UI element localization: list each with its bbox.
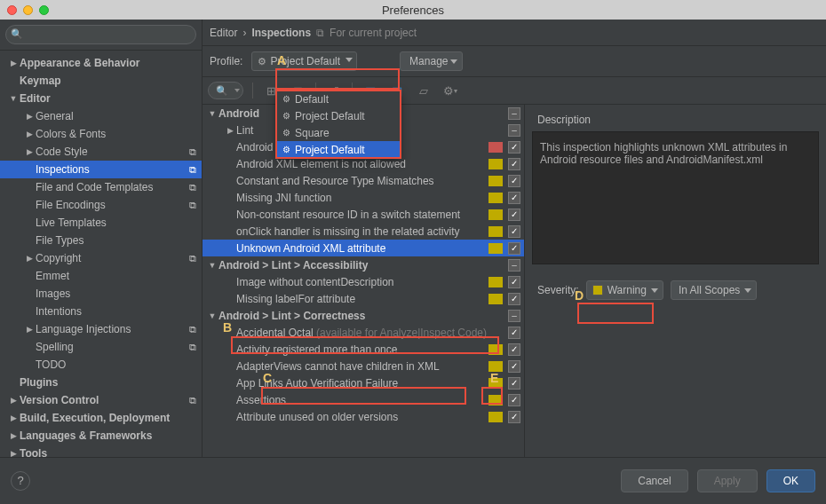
inspection-checkbox[interactable] — [508, 310, 520, 322]
inspection-checkbox[interactable] — [508, 360, 520, 373]
ok-button[interactable]: OK — [766, 469, 815, 492]
maximize-icon[interactable] — [39, 5, 49, 15]
sidebar-item[interactable]: Emmet — [0, 267, 202, 285]
sidebar-item[interactable]: Live Templates — [0, 214, 202, 232]
project-scope-label: For current project — [330, 27, 417, 39]
sidebar-item[interactable]: ▼Editor — [0, 90, 202, 107]
chevron-down-icon — [744, 288, 751, 293]
inspection-checkbox[interactable] — [508, 124, 520, 137]
twisty-icon: ▶ — [23, 325, 36, 334]
inspection-name: Missing JNI function — [236, 192, 487, 204]
sidebar-item[interactable]: Images — [0, 285, 202, 303]
breadcrumb-inspections: Inspections — [251, 27, 311, 39]
sidebar-item[interactable]: File Types — [0, 232, 202, 249]
inspection-checkbox[interactable] — [508, 293, 520, 305]
inspection-row[interactable]: Unknown Android XML attribute — [203, 240, 524, 256]
inspection-checkbox[interactable] — [508, 343, 520, 356]
inspection-row[interactable]: Activity registered more than once — [203, 341, 524, 358]
inspection-row[interactable]: App Links Auto Verification Failure — [203, 374, 524, 391]
gear-icon: ⚙ — [258, 56, 266, 67]
project-scope-icon: ⧉ — [189, 342, 196, 353]
scope-selector[interactable]: In All Scopes — [671, 280, 757, 300]
inspection-checkbox[interactable] — [508, 327, 520, 339]
profile-dropdown[interactable]: ⚙Default⚙Project Default⚙Square⚙Project … — [276, 90, 401, 159]
eraser-icon[interactable]: ▱ — [415, 82, 433, 99]
severity-indicator — [488, 327, 503, 338]
profile-selector[interactable]: ⚙ Project Default — [251, 51, 357, 71]
sidebar-item[interactable]: Spelling⧉ — [0, 338, 202, 356]
inspection-row[interactable]: Assertions — [203, 391, 524, 408]
sidebar-item[interactable]: ▶Version Control⧉ — [0, 391, 202, 409]
help-button[interactable]: ? — [11, 471, 30, 491]
sidebar-item[interactable]: ▶Copyright⧉ — [0, 249, 202, 267]
inspection-row[interactable]: Non-constant resource ID in a switch sta… — [203, 206, 524, 223]
inspection-checkbox[interactable] — [508, 259, 520, 272]
inspection-checkbox[interactable] — [508, 158, 520, 170]
inspection-row[interactable]: Missing JNI function — [203, 189, 524, 206]
inspection-row[interactable]: Missing labelFor attribute — [203, 290, 524, 307]
sidebar-item[interactable]: ▶General — [0, 107, 202, 125]
profile-option[interactable]: ⚙Project Default — [277, 107, 400, 124]
inspection-name: Accidental Octal (available for Analyze|… — [236, 327, 487, 339]
sidebar-item[interactable]: ▶Language Injections⧉ — [0, 320, 202, 338]
sidebar-item[interactable]: ▶Tools — [0, 445, 202, 457]
sidebar-item-label: File Types — [36, 234, 202, 247]
sidebar-item[interactable]: File and Code Templates⧉ — [0, 178, 202, 196]
project-scope-icon: ⧉ — [189, 253, 196, 264]
cancel-button[interactable]: Cancel — [621, 469, 687, 492]
inspection-checkbox[interactable] — [508, 242, 520, 255]
project-scope-icon: ⧉ — [316, 27, 324, 39]
severity-indicator — [488, 226, 503, 237]
inspection-checkbox[interactable] — [508, 192, 520, 204]
inspection-row[interactable]: Constant and Resource Type Mismatches — [203, 172, 524, 189]
severity-indicator — [488, 395, 503, 406]
inspection-row[interactable]: onClick handler is missing in the relate… — [203, 223, 524, 240]
settings-search-input[interactable] — [5, 25, 196, 44]
gear-icon[interactable]: ⚙▾ — [441, 82, 459, 99]
inspection-checkbox[interactable] — [508, 394, 520, 406]
inspection-checkbox[interactable] — [508, 141, 520, 154]
inspection-row[interactable]: Accidental Octal (available for Analyze|… — [203, 324, 524, 341]
manage-button[interactable]: Manage — [400, 51, 463, 71]
inspection-row[interactable]: Attribute unused on older versions — [203, 408, 524, 425]
inspection-name: AdapterViews cannot have children in XML — [236, 360, 487, 373]
inspection-checkbox[interactable] — [508, 175, 520, 187]
profile-option[interactable]: ⚙Project Default — [277, 141, 400, 158]
sidebar-item[interactable]: ▶Appearance & Behavior — [0, 54, 202, 72]
inspection-checkbox[interactable] — [508, 377, 520, 390]
minimize-icon[interactable] — [23, 5, 33, 15]
sidebar-item[interactable]: Inspections⧉ — [0, 161, 202, 178]
severity-selector[interactable]: Warning — [586, 280, 663, 300]
inspection-search[interactable]: 🔍 — [208, 82, 243, 99]
inspection-checkbox[interactable] — [508, 209, 520, 221]
sidebar-item[interactable]: Intentions — [0, 303, 202, 320]
sidebar-item[interactable]: ▶Code Style⧉ — [0, 143, 202, 161]
inspection-row[interactable]: ▼Android > Lint > Accessibility — [203, 256, 524, 273]
sidebar-item-label: Plugins — [20, 376, 202, 389]
severity-indicator — [488, 209, 503, 220]
window-controls[interactable] — [7, 5, 49, 15]
inspection-row[interactable]: AdapterViews cannot have children in XML — [203, 358, 524, 374]
settings-tree[interactable]: ▶Appearance & BehaviorKeymap▼Editor▶Gene… — [0, 51, 202, 457]
sidebar-item[interactable]: Keymap — [0, 72, 202, 90]
inspection-checkbox[interactable] — [508, 225, 520, 238]
inspection-row[interactable]: Image without contentDescription — [203, 273, 524, 290]
twisty-icon: ▶ — [7, 396, 20, 405]
close-icon[interactable] — [7, 5, 17, 15]
breadcrumb-editor[interactable]: Editor — [210, 27, 237, 39]
inspection-checkbox[interactable] — [508, 276, 520, 288]
sidebar-item[interactable]: ▶Colors & Fonts — [0, 125, 202, 143]
inspection-checkbox[interactable] — [508, 411, 520, 423]
sidebar-item[interactable]: Plugins — [0, 374, 202, 391]
sidebar-item[interactable]: TODO — [0, 356, 202, 374]
profile-option[interactable]: ⚙Square — [277, 124, 400, 141]
profile-option[interactable]: ⚙Default — [277, 91, 400, 107]
sidebar-item[interactable]: ▶Build, Execution, Deployment — [0, 409, 202, 427]
apply-button[interactable]: Apply — [697, 469, 758, 492]
sidebar-item-label: Live Templates — [36, 217, 202, 229]
sidebar-item[interactable]: ▶Languages & Frameworks — [0, 427, 202, 445]
severity-indicator — [488, 378, 503, 389]
sidebar-item[interactable]: File Encodings⧉ — [0, 196, 202, 214]
inspection-row[interactable]: ▼Android > Lint > Correctness — [203, 307, 524, 324]
inspection-checkbox[interactable] — [508, 107, 520, 120]
